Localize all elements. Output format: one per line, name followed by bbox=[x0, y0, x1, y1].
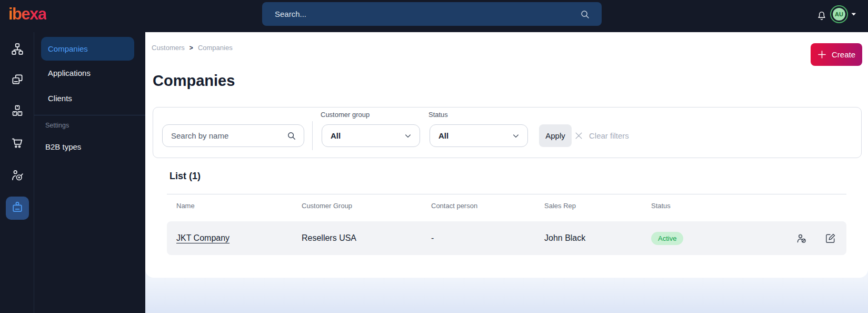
list-title: List (1) bbox=[169, 171, 201, 182]
personalization-target-icon bbox=[11, 169, 24, 184]
sidebar-item-label: Clients bbox=[48, 94, 72, 103]
sidebar-section-label-settings: Settings bbox=[45, 122, 69, 129]
filter-divider bbox=[312, 121, 313, 150]
main-area: Customers > Companies Create Companies bbox=[145, 32, 868, 313]
clear-filters-button[interactable]: Clear filters bbox=[574, 124, 629, 147]
cell-contact-person: - bbox=[431, 221, 434, 255]
create-button[interactable]: Create bbox=[811, 43, 862, 66]
sidebar-item-clients[interactable]: Clients bbox=[41, 86, 134, 110]
breadcrumb-item-customers[interactable]: Customers bbox=[152, 44, 185, 52]
rail-item-content-tree[interactable] bbox=[6, 38, 29, 62]
column-header-sales-rep: Sales Rep bbox=[544, 202, 576, 210]
rail-item-pages[interactable] bbox=[6, 69, 29, 92]
page-title: Companies bbox=[153, 72, 235, 90]
status-label: Status bbox=[428, 111, 448, 119]
table-row: JKT Company Resellers USA - John Black A… bbox=[167, 221, 846, 255]
customer-badge-icon bbox=[11, 200, 24, 216]
products-boxes-icon bbox=[11, 104, 24, 120]
cell-name: JKT Company bbox=[176, 221, 230, 255]
top-bar: ibexa AU bbox=[0, 0, 868, 32]
rail-item-products[interactable] bbox=[6, 100, 29, 123]
rail-item-personalization[interactable] bbox=[6, 165, 29, 188]
search-icon bbox=[286, 131, 296, 141]
column-header-status: Status bbox=[651, 202, 671, 210]
chevron-down-icon bbox=[512, 132, 520, 140]
name-search-field bbox=[162, 124, 304, 147]
user-avatar[interactable]: AU bbox=[830, 5, 848, 23]
chevron-down-icon bbox=[404, 132, 412, 140]
column-header-contact-person: Contact person bbox=[431, 202, 477, 210]
status-badge: Active bbox=[651, 232, 683, 245]
edit-button[interactable] bbox=[822, 221, 838, 255]
search-icon bbox=[580, 9, 590, 19]
name-search-input[interactable] bbox=[163, 131, 286, 140]
global-search-input[interactable] bbox=[262, 9, 580, 18]
global-search bbox=[262, 2, 602, 26]
customer-group-value: All bbox=[331, 131, 341, 140]
breadcrumb: Customers > Companies bbox=[152, 44, 233, 52]
deactivate-user-icon bbox=[795, 232, 807, 244]
breadcrumb-item-companies[interactable]: Companies bbox=[198, 44, 233, 52]
cart-icon bbox=[11, 136, 24, 152]
sidebar-item-label: Companies bbox=[48, 44, 88, 53]
list-divider bbox=[167, 194, 846, 194]
sitemap-icon bbox=[11, 42, 24, 58]
sidebar-item-applications[interactable]: Applications bbox=[41, 61, 134, 85]
plus-icon bbox=[817, 50, 826, 59]
column-header-name: Name bbox=[176, 202, 195, 210]
sidebar-divider bbox=[34, 115, 145, 115]
apply-button[interactable]: Apply bbox=[539, 124, 572, 147]
column-header-customer-group: Customer Group bbox=[302, 202, 352, 210]
ibexa-admin-app: ibexa AU bbox=[0, 0, 868, 313]
nav-rail bbox=[0, 32, 34, 313]
rail-item-customers[interactable] bbox=[6, 197, 29, 220]
user-initials: AU bbox=[833, 8, 845, 21]
customer-group-select[interactable]: All bbox=[322, 124, 420, 147]
notifications-bell-icon[interactable] bbox=[815, 8, 829, 24]
rail-item-commerce[interactable] bbox=[6, 132, 29, 155]
ibexa-logo: ibexa bbox=[8, 5, 46, 24]
status-select[interactable]: All bbox=[430, 124, 528, 147]
sidebar-item-label: B2B types bbox=[45, 142, 81, 151]
filter-card: Customer group All Status All Apply bbox=[153, 107, 862, 158]
status-value: All bbox=[438, 131, 448, 140]
create-button-label: Create bbox=[832, 50, 855, 59]
clear-filters-label: Clear filters bbox=[589, 131, 629, 140]
company-name-link[interactable]: JKT Company bbox=[176, 233, 230, 243]
user-menu-caret-icon[interactable] bbox=[851, 13, 856, 16]
sidebar: Companies Applications Clients Settings … bbox=[34, 32, 145, 313]
cell-status: Active bbox=[651, 221, 683, 255]
sidebar-item-label: Applications bbox=[48, 69, 91, 77]
sidebar-item-b2b-types[interactable]: B2B types bbox=[38, 135, 132, 159]
pages-icon bbox=[11, 73, 24, 89]
deactivate-user-button[interactable] bbox=[793, 221, 809, 255]
customer-group-label: Customer group bbox=[321, 111, 370, 119]
edit-icon bbox=[824, 232, 836, 244]
cell-sales-rep: John Black bbox=[544, 221, 585, 255]
sidebar-item-companies[interactable]: Companies bbox=[41, 37, 134, 61]
breadcrumb-separator: > bbox=[189, 44, 193, 52]
x-icon bbox=[574, 131, 583, 140]
cell-customer-group: Resellers USA bbox=[302, 221, 356, 255]
